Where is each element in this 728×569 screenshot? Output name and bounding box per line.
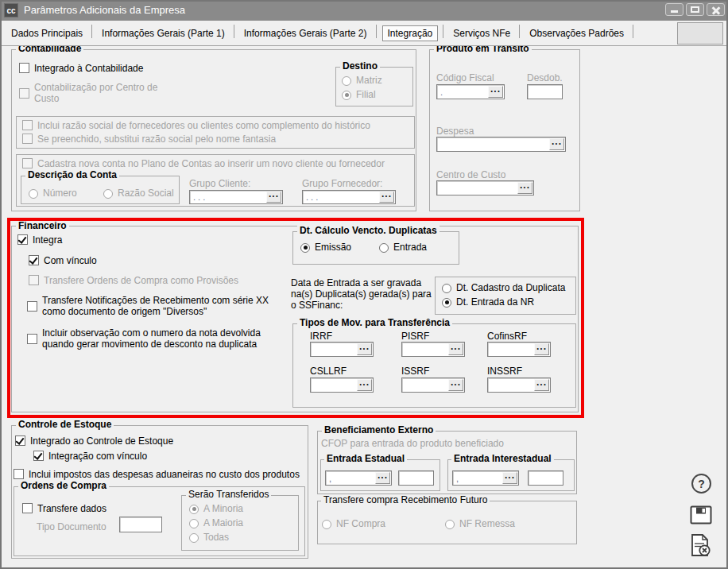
ellipsis-button[interactable] <box>534 343 549 355</box>
checkbox-label: Incluir observação com o numero da nota … <box>42 327 283 350</box>
ellipsis-button[interactable] <box>266 192 281 203</box>
radio-label: Matriz <box>356 75 382 86</box>
data-entrada-label: Data de Entrada a ser gravada na(s) Dupl… <box>291 277 436 311</box>
issrf-field[interactable] <box>401 377 465 393</box>
checkbox-icon <box>22 134 33 144</box>
radio-a-maioria: A Maioria <box>189 518 243 528</box>
csllrf-field[interactable] <box>310 377 374 393</box>
tab-servicos-nfe[interactable]: Serviços NFe <box>443 21 520 45</box>
checkbox-com-vinculo[interactable]: Com vínculo <box>29 255 156 266</box>
app-icon: cc <box>4 3 18 17</box>
dialog-window: cc Parâmetros Adicionais da Empresa Dado… <box>0 0 728 569</box>
group-entrada-estadual-title: Entrada Estadual <box>324 454 407 464</box>
inssrf-label: INSSRF <box>487 366 522 377</box>
ellipsis-button[interactable] <box>357 379 372 391</box>
group-ordens-compra-title: Ordens de Compra <box>18 481 109 491</box>
inssrf-field[interactable] <box>487 377 551 393</box>
question-mark-icon: ? <box>698 478 705 490</box>
radio-emissao[interactable]: Emissão <box>300 242 351 253</box>
ellipsis-button[interactable] <box>375 472 390 484</box>
radio-nf-compra: NF Compra <box>322 519 385 529</box>
group-financeiro-title: Financeiro <box>16 221 69 231</box>
document-cancel-icon <box>692 535 710 555</box>
checkbox-icon <box>27 301 37 312</box>
irrf-label: IRRF <box>310 331 332 342</box>
grupo-fornecedor-field[interactable]: . . . <box>302 190 396 204</box>
despesa-label: Despesa <box>436 126 474 137</box>
window-title: Parâmetros Adicionais da Empresa <box>24 4 185 16</box>
tab-integracao[interactable]: Integração <box>377 21 444 45</box>
radio-icon <box>189 505 199 514</box>
cancel-document-button[interactable] <box>688 533 712 557</box>
codigo-fiscal-field[interactable]: . <box>436 84 505 99</box>
checkbox-incluir-observacao[interactable]: Incluir observação com o numero da nota … <box>27 327 283 350</box>
radio-label: Dt. Entrada da NR <box>456 297 534 308</box>
ellipsis-button[interactable] <box>517 182 532 194</box>
tipo-documento-field[interactable] <box>119 517 162 532</box>
close-button[interactable] <box>707 3 725 16</box>
radio-icon <box>189 519 199 528</box>
checkbox-inclui-razao-social: Inclui razão social de fornecedores ou c… <box>22 120 408 131</box>
radio-dt-entrada-nr[interactable]: Dt. Entrada da NR <box>442 297 534 308</box>
irrf-field[interactable] <box>310 342 374 357</box>
radio-nf-remessa: NF Remessa <box>445 519 515 529</box>
pisrf-field[interactable] <box>401 342 465 357</box>
pisrf-label: PISRF <box>401 331 429 342</box>
checkbox-icon <box>19 88 29 99</box>
checkbox-se-preenchido: Se preenchido, substitui razão social pe… <box>22 134 408 145</box>
ellipsis-button[interactable] <box>357 343 372 355</box>
checkbox-label: Com vínculo <box>44 255 97 266</box>
tab-observacoes-padroes[interactable]: Observações Padrões <box>520 21 633 45</box>
centro-custo-label: Centro de Custo <box>436 169 505 180</box>
checkbox-label: Transfere Ordens de Compra como Provisõe… <box>44 275 238 286</box>
entrada-interestadual-extra-field[interactable] <box>528 470 563 486</box>
tab-list: Dados Principais Informações Gerais (Par… <box>0 21 728 45</box>
radio-a-minoria: A Minoria <box>189 504 243 514</box>
checkbox-transfere-notificacoes[interactable]: Transfere Notificações de Recebimento co… <box>27 295 283 317</box>
checkbox-icon <box>22 120 33 130</box>
checkbox-icon <box>29 275 39 285</box>
desdob-field[interactable] <box>527 84 563 99</box>
checkbox-integracao-vinculo[interactable]: Integração com vínculo <box>33 451 192 462</box>
tab-informacoes-gerais-1[interactable]: Informações Gerais (Parte 1) <box>92 21 234 45</box>
minimize-button[interactable] <box>665 3 683 16</box>
ellipsis-button[interactable] <box>502 472 517 484</box>
radio-icon <box>342 76 351 86</box>
maximize-icon <box>691 6 699 13</box>
checkbox-integrado-contabilidade[interactable]: Integrado à Contabilidade <box>19 63 194 74</box>
checkbox-inclui-impostos[interactable]: Inclui impostos das despesas aduaneiras … <box>14 469 306 480</box>
entrada-estadual-extra-field[interactable] <box>398 470 434 486</box>
save-button[interactable] <box>690 505 712 524</box>
ellipsis-button[interactable] <box>379 192 394 203</box>
ellipsis-button[interactable] <box>549 138 564 150</box>
ellipsis-button[interactable] <box>488 86 503 98</box>
checkbox-icon <box>19 63 29 73</box>
codigo-fiscal-label: Código Fiscal <box>436 72 494 83</box>
grupo-fornecedor-label: Grupo Fornecedor: <box>302 178 382 189</box>
entrada-interestadual-field[interactable]: , <box>452 470 519 486</box>
radio-entrada[interactable]: Entrada <box>379 242 427 253</box>
ellipsis-button[interactable] <box>448 379 463 391</box>
tab-integracao-label: Integração <box>382 25 439 41</box>
checkbox-label: Transfere dados <box>37 503 106 514</box>
ellipsis-button[interactable] <box>534 379 549 391</box>
despesa-field[interactable] <box>436 137 566 152</box>
help-button[interactable]: ? <box>691 474 711 494</box>
entrada-estadual-field[interactable]: , <box>325 470 392 486</box>
cofinsrf-field[interactable] <box>487 342 551 357</box>
field-value: , <box>329 474 331 483</box>
maximize-button[interactable] <box>686 3 704 16</box>
checkbox-integra[interactable]: Integra <box>17 234 105 246</box>
radio-label: Emissão <box>315 242 351 253</box>
ellipsis-button[interactable] <box>448 343 463 355</box>
csllrf-label: CSLLRF <box>310 366 347 377</box>
checkbox-icon <box>33 451 44 461</box>
checkbox-transfere-dados[interactable]: Transfere dados <box>22 503 134 514</box>
radio-label: Dt. Cadastro da Duplicata <box>456 283 565 293</box>
tab-informacoes-gerais-2[interactable]: Informações Gerais (Parte 2) <box>234 21 377 45</box>
radio-dt-cadastro-duplicata[interactable]: Dt. Cadastro da Duplicata <box>442 283 565 293</box>
centro-custo-field[interactable] <box>436 180 534 195</box>
grupo-cliente-field[interactable]: . . . <box>189 190 283 204</box>
checkbox-integrado-estoque[interactable]: Integrado ao Controle de Estoque <box>15 435 222 447</box>
tab-dados-principais[interactable]: Dados Principais <box>2 21 92 45</box>
